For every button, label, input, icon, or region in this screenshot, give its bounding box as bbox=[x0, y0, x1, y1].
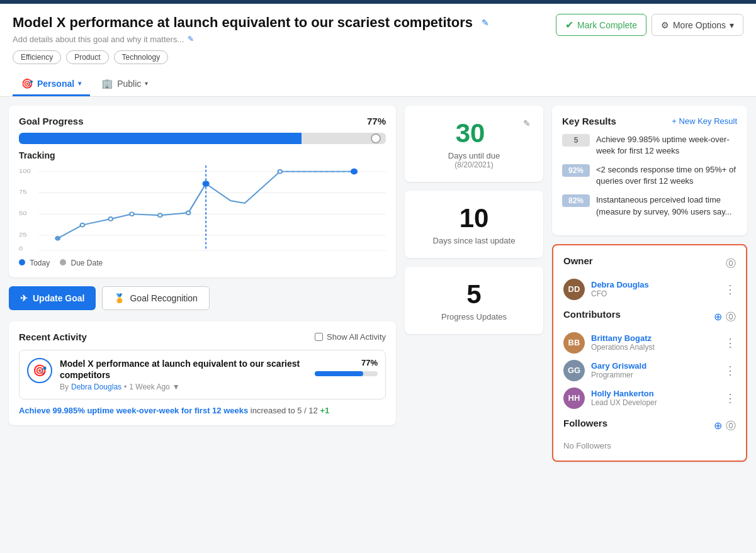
more-options-button[interactable]: ⚙ More Options ▾ bbox=[652, 14, 743, 36]
svg-point-23 bbox=[108, 217, 113, 221]
send-icon: ✈ bbox=[20, 293, 28, 303]
nav-tabs: 🎯 Personal ▾ 🏢 Public ▾ bbox=[13, 73, 743, 96]
contributor-three-dot-1[interactable]: ⋮ bbox=[725, 336, 736, 350]
owner-help-icon[interactable]: ⓪ bbox=[726, 257, 736, 271]
contributor-avatar-3: HH bbox=[563, 388, 585, 409]
contributor-avatar-1: BB bbox=[563, 332, 585, 354]
mini-progress-fill bbox=[315, 371, 363, 376]
mark-complete-button[interactable]: ✔ Mark Complete bbox=[556, 14, 646, 36]
contributor-avatar-2: GG bbox=[563, 360, 585, 381]
kr-item-1: 5 Achieve 99.985% uptime week-over-week … bbox=[562, 134, 737, 157]
key-results-title: Key Results bbox=[562, 116, 616, 126]
tags-container: Efficiency Product Technology bbox=[13, 50, 543, 64]
tracking-title: Tracking bbox=[19, 150, 386, 160]
contributors-icons: ⊕ ⓪ bbox=[714, 311, 736, 324]
show-all-activity-label[interactable]: Show All Activity bbox=[315, 332, 386, 342]
svg-point-28 bbox=[278, 169, 282, 173]
header-buttons: ✔ Mark Complete ⚙ More Options ▾ bbox=[556, 14, 743, 36]
contributor-info-1: Brittany Bogatz Operations Analyst bbox=[591, 333, 718, 352]
goal-recognition-button[interactable]: 🏅 Goal Recognition bbox=[102, 286, 209, 310]
kr-badge-2: 92% bbox=[562, 164, 590, 177]
add-contributor-icon[interactable]: ⊕ bbox=[714, 311, 722, 324]
due-date-legend: Due Date bbox=[71, 259, 103, 267]
goal-progress-title: Goal Progress bbox=[19, 116, 84, 126]
days-until-due-label: Days until due bbox=[417, 151, 531, 160]
add-details-link-icon[interactable]: ✎ bbox=[188, 35, 194, 43]
svg-text:25: 25 bbox=[19, 231, 27, 237]
progress-updates-label: Progress Updates bbox=[417, 312, 531, 321]
new-key-result-button[interactable]: + New Key Result bbox=[672, 116, 737, 126]
owner-role: CFO bbox=[591, 289, 718, 298]
days-since-update-label: Days since last update bbox=[417, 236, 531, 245]
chevron-down-icon: ▾ bbox=[730, 20, 734, 30]
header: Model X performance at launch equivalent… bbox=[0, 4, 756, 97]
svg-text:75: 75 bbox=[19, 189, 27, 195]
tab-public[interactable]: 🏢 Public ▾ bbox=[93, 73, 157, 96]
show-all-activity-checkbox[interactable] bbox=[315, 333, 323, 341]
chart-svg: 100 75 50 25 0 Jun 21, 2021 Jul 5, 2021 bbox=[19, 165, 386, 254]
add-follower-icon[interactable]: ⊕ bbox=[714, 420, 722, 433]
kr-item-3: 82% Instantaneous perceived load time (m… bbox=[562, 194, 737, 217]
kr-badge-1: 5 bbox=[562, 134, 590, 147]
contributor-info-2: Gary Griswald Programmer bbox=[591, 361, 718, 379]
days-edit-icon[interactable]: ✎ bbox=[523, 118, 531, 128]
tag-technology[interactable]: Technology bbox=[114, 50, 169, 64]
svg-text:50: 50 bbox=[19, 209, 27, 216]
activity-content: Model X performance at launch equivalent… bbox=[60, 358, 307, 391]
recent-activity-section: Recent Activity Show All Activity 🎯 Mode… bbox=[9, 321, 396, 425]
left-column: Goal Progress 77% Tracking 100 75 50 25 … bbox=[9, 106, 396, 462]
days-until-due-number: 30 bbox=[417, 118, 531, 148]
owner-three-dot[interactable]: ⋮ bbox=[725, 282, 736, 296]
contributor-row-3: HH Holly Hankerton Lead UX Developer ⋮ bbox=[563, 388, 736, 409]
progress-bar-container bbox=[19, 133, 386, 144]
followers-icons: ⊕ ⓪ bbox=[714, 420, 736, 433]
activity-badge: +1 bbox=[320, 406, 329, 415]
activity-meta: By Debra Douglas • 1 Week Ago ▼ bbox=[60, 383, 307, 391]
goal-progress-card: Goal Progress 77% Tracking 100 75 50 25 … bbox=[9, 106, 396, 277]
activity-item-title: Model X performance at launch equivalent… bbox=[60, 358, 307, 381]
progress-updates-number: 5 bbox=[417, 279, 531, 310]
middle-column: ✎ 30 Days until due (8/20/2021) 10 Days … bbox=[405, 106, 543, 462]
tab-public-arrow: ▾ bbox=[145, 80, 148, 87]
action-buttons: ✈ Update Goal 🏅 Goal Recognition bbox=[9, 286, 396, 310]
followers-header: Followers ⊕ ⓪ bbox=[563, 418, 736, 435]
activity-bottom-text: Achieve 99.985% uptime week-over-week fo… bbox=[19, 406, 386, 415]
contributor-role-1: Operations Analyst bbox=[591, 343, 718, 352]
tag-product[interactable]: Product bbox=[66, 50, 108, 64]
update-goal-button[interactable]: ✈ Update Goal bbox=[9, 286, 96, 310]
svg-point-29 bbox=[351, 168, 358, 174]
contributor-info-3: Holly Hankerton Lead UX Developer bbox=[591, 389, 718, 407]
chart-area: 100 75 50 25 0 Jun 21, 2021 Jul 5, 2021 bbox=[19, 165, 386, 254]
activity-chevron[interactable]: ▼ bbox=[172, 383, 180, 391]
contributors-help-icon[interactable]: ⓪ bbox=[726, 311, 736, 324]
contributor-three-dot-2[interactable]: ⋮ bbox=[725, 364, 736, 377]
activity-author-link[interactable]: Debra Douglas bbox=[71, 383, 121, 391]
today-legend: Today bbox=[30, 259, 50, 267]
tab-personal-arrow: ▾ bbox=[78, 80, 81, 87]
svg-point-24 bbox=[130, 212, 134, 216]
svg-text:100: 100 bbox=[19, 167, 31, 174]
contributor-name-1[interactable]: Brittany Bogatz bbox=[591, 333, 718, 343]
contributor-row-2: GG Gary Griswald Programmer ⋮ bbox=[563, 360, 736, 381]
right-column: Key Results + New Key Result 5 Achieve 9… bbox=[552, 106, 747, 462]
add-details[interactable]: Add details about this goal and why it m… bbox=[13, 35, 543, 44]
activity-icon: 🎯 bbox=[27, 358, 52, 383]
kr-badge-3: 82% bbox=[562, 194, 590, 207]
contributor-name-2[interactable]: Gary Griswald bbox=[591, 361, 718, 371]
owner-section-title: Owner bbox=[563, 255, 593, 266]
target-activity-icon: 🎯 bbox=[33, 364, 47, 377]
svg-point-21 bbox=[55, 236, 60, 241]
activity-title: Recent Activity bbox=[19, 332, 87, 342]
key-results-card: Key Results + New Key Result 5 Achieve 9… bbox=[552, 106, 747, 235]
contributor-three-dot-3[interactable]: ⋮ bbox=[725, 391, 736, 405]
no-followers: No Followers bbox=[563, 441, 736, 450]
followers-help-icon[interactable]: ⓪ bbox=[726, 420, 736, 433]
tag-efficiency[interactable]: Efficiency bbox=[13, 50, 61, 64]
owner-name[interactable]: Debra Douglas bbox=[591, 280, 718, 289]
days-until-due-sublabel: (8/20/2021) bbox=[417, 160, 531, 169]
title-edit-icon[interactable]: ✎ bbox=[482, 18, 489, 28]
contributor-name-3[interactable]: Holly Hankerton bbox=[591, 389, 718, 398]
owner-avatar: DD bbox=[563, 279, 585, 300]
tab-personal[interactable]: 🎯 Personal ▾ bbox=[13, 73, 90, 96]
svg-point-25 bbox=[158, 213, 162, 217]
